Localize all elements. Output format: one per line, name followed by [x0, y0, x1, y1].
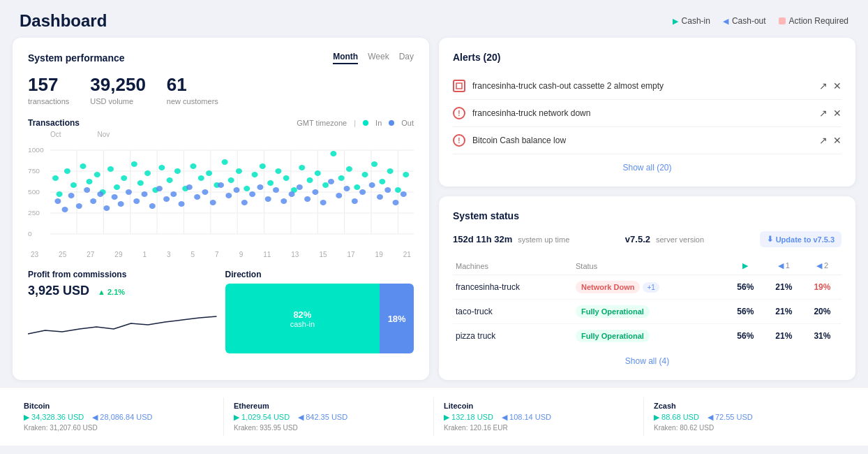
- chart-svg: 1000 750 500 250 0: [28, 140, 414, 248]
- stat-transactions: 157 transactions: [28, 74, 69, 105]
- svg-point-101: [289, 191, 295, 197]
- machine-pct0: 56%: [726, 275, 765, 300]
- stat-volume: 39,250 USD volume: [90, 74, 146, 105]
- version-label: server version: [656, 235, 704, 244]
- svg-point-32: [114, 184, 120, 190]
- svg-point-33: [121, 175, 127, 181]
- download-icon: ⬇: [767, 235, 773, 244]
- svg-point-31: [107, 166, 114, 172]
- crypto-in: ▶ 34,328.36 USD: [24, 413, 84, 422]
- profit-change: ▲ 2.1%: [98, 288, 125, 296]
- machine-status: Fully Operational: [573, 324, 726, 349]
- cashout-2-icon: ◀: [816, 261, 822, 270]
- profit-label: Profit from commissions: [28, 270, 217, 279]
- crypto-out: ◀ 28,086.84 USD: [92, 413, 152, 422]
- uptime-label: system up time: [518, 235, 569, 244]
- month-oct: Oct: [50, 131, 61, 138]
- cashin-label: Cash-in: [682, 16, 710, 26]
- alert-external-link-2[interactable]: ↗: [819, 108, 828, 119]
- stat-volume-value: 39,250: [90, 74, 146, 96]
- machine-name: pizza truck: [453, 324, 573, 349]
- svg-point-98: [265, 196, 271, 202]
- crypto-name: Bitcoin: [24, 402, 214, 410]
- tab-week[interactable]: Week: [368, 52, 389, 64]
- update-button[interactable]: ⬇ Update to v7.5.3: [760, 231, 841, 247]
- svg-point-111: [369, 182, 375, 188]
- machine-name: taco-truck: [453, 300, 573, 324]
- svg-point-71: [62, 207, 68, 212]
- svg-point-62: [346, 166, 352, 172]
- crypto-kraken: Kraken: 935.95 USD: [234, 424, 424, 432]
- crypto-vals: ▶ 132.18 USD ◀ 108.14 USD: [444, 413, 634, 422]
- stat-customers: 61 new customers: [167, 74, 218, 105]
- alert-close-3[interactable]: ✕: [833, 135, 841, 146]
- cashout-1-icon: ◀: [778, 261, 784, 270]
- alert-close-1[interactable]: ✕: [833, 80, 841, 91]
- svg-point-78: [112, 194, 118, 200]
- svg-point-94: [234, 187, 240, 193]
- svg-point-115: [401, 191, 407, 197]
- direction-cashout: 18%: [380, 284, 414, 353]
- crypto-kraken: Kraken: 31,207.60 USD: [24, 424, 214, 432]
- alert-close-2[interactable]: ✕: [833, 108, 841, 119]
- svg-point-42: [190, 163, 196, 169]
- crypto-vals: ▶ 1,029.54 USD ◀ 842.35 USD: [234, 413, 424, 422]
- svg-point-70: [54, 198, 61, 204]
- cashout-label: Cash-out: [732, 16, 766, 26]
- svg-point-86: [170, 191, 177, 197]
- crypto-vals: ▶ 88.68 USD ◀ 72.55 USD: [654, 413, 844, 422]
- gmt-label: GMT timezone: [297, 119, 347, 127]
- footer: Bitcoin ▶ 34,328.36 USD ◀ 28,086.84 USD …: [0, 387, 868, 446]
- svg-point-114: [393, 200, 399, 205]
- tabs: Month Week Day: [333, 52, 414, 64]
- month-labels: Oct Nov: [28, 131, 414, 138]
- svg-point-82: [142, 191, 148, 197]
- svg-point-28: [87, 179, 93, 184]
- crypto-in: ▶ 132.18 USD: [444, 413, 493, 422]
- status-show-all[interactable]: Show all (4): [453, 356, 841, 366]
- machine-pct1: 21%: [765, 300, 803, 324]
- cashin-icon: ▶: [673, 17, 678, 26]
- svg-point-47: [228, 177, 234, 183]
- svg-point-91: [210, 200, 216, 205]
- profit-section: Profit from commissions 3,925 USD ▲ 2.1%: [28, 270, 217, 353]
- main-grid: System performance Month Week Day 157 tr…: [0, 38, 868, 387]
- machine-pct1: 21%: [765, 275, 803, 300]
- svg-point-77: [103, 205, 110, 211]
- tab-month[interactable]: Month: [333, 52, 358, 64]
- alert-external-link-3[interactable]: ↗: [819, 135, 828, 146]
- alert-icon-cassette: [453, 80, 465, 92]
- crypto-vals: ▶ 34,328.36 USD ◀ 28,086.84 USD: [24, 413, 214, 422]
- svg-point-96: [249, 191, 255, 197]
- action-required-label: Action Required: [789, 16, 848, 26]
- crypto-name: Litecoin: [444, 402, 634, 410]
- transactions-chart: 1000 750 500 250 0: [28, 140, 414, 248]
- alert-text-1: francesinha-truck cash-out cassette 2 al…: [472, 81, 812, 91]
- version-section: v7.5.2 server version: [625, 234, 704, 244]
- machine-name: francesinha-truck: [453, 275, 573, 300]
- svg-point-112: [377, 194, 383, 200]
- alert-actions-1: ↗ ✕: [819, 80, 841, 91]
- svg-point-36: [144, 170, 151, 176]
- svg-point-110: [359, 189, 366, 195]
- machine-pct1: 21%: [765, 324, 803, 349]
- svg-point-108: [344, 186, 350, 191]
- svg-point-67: [387, 168, 394, 174]
- alerts-show-all[interactable]: Show all (20): [453, 163, 841, 173]
- svg-point-26: [70, 182, 77, 188]
- svg-point-29: [94, 172, 100, 177]
- crypto-out: ◀ 72.55 USD: [708, 413, 753, 422]
- legend-cashout: ◀ Cash-out: [723, 16, 766, 26]
- svg-point-44: [206, 170, 212, 176]
- dot-in: [363, 120, 368, 126]
- tab-day[interactable]: Day: [399, 52, 414, 64]
- svg-point-24: [57, 191, 63, 197]
- direction-label: Direction: [225, 270, 414, 279]
- crypto-item-zcash: Zcash ▶ 88.68 USD ◀ 72.55 USD Kraken: 80…: [644, 397, 854, 436]
- alert-external-link-1[interactable]: ↗: [819, 80, 828, 91]
- th-col2: ◀ 2: [803, 257, 841, 275]
- svg-point-23: [52, 175, 59, 181]
- svg-point-59: [322, 182, 329, 188]
- svg-point-61: [338, 175, 345, 181]
- crypto-item-litecoin: Litecoin ▶ 132.18 USD ◀ 108.14 USD Krake…: [434, 397, 644, 436]
